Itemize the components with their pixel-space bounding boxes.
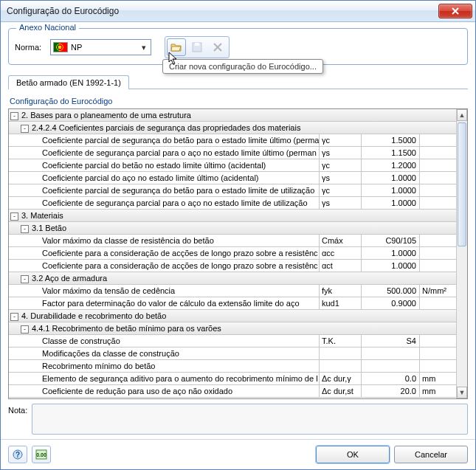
param-value[interactable]: 1.2000 <box>362 159 420 171</box>
delete-config-button[interactable] <box>208 38 227 56</box>
collapse-toggle[interactable]: - <box>21 275 29 283</box>
section-label: 3.2 Aço de armadura <box>31 272 457 284</box>
section-row[interactable]: -3.1 Betão <box>9 222 457 235</box>
value-row[interactable]: Coeficiente para a consideração de acçõe… <box>9 260 457 272</box>
collapse-toggle[interactable]: - <box>21 225 29 233</box>
parameter-grid: -2. Bases para o planeamento de uma estr… <box>8 108 468 399</box>
scroll-down-button[interactable]: ▼ <box>457 387 467 398</box>
save-config-button[interactable] <box>187 38 207 56</box>
value-row[interactable]: Elemento de segurança aditivo para o aum… <box>9 373 457 385</box>
param-symbol: fyk <box>320 285 362 297</box>
norm-value: NP <box>71 43 136 52</box>
value-row[interactable]: Classe de construçãoT.K.S4 <box>9 335 457 348</box>
param-label: Coeficiente parcial de segurança do betã… <box>41 184 320 196</box>
note-textbox[interactable] <box>32 404 468 435</box>
svg-rect-1 <box>195 43 199 46</box>
param-symbol <box>320 360 362 372</box>
value-row[interactable]: Coeficiente para a consideração de acçõe… <box>9 247 457 260</box>
norm-select[interactable]: NP ▾ <box>50 39 151 55</box>
value-row[interactable]: Valor máximo da tensão de cedênciafyk500… <box>9 285 457 297</box>
button-bar: ? 0.00 OK Cancelar <box>1 439 475 469</box>
section-row[interactable]: -4. Durabilidade e recobrimento do betão <box>9 310 457 322</box>
param-value[interactable]: 20.0 <box>362 385 420 397</box>
param-value[interactable] <box>362 360 420 372</box>
national-annex-legend: Anexo Nacional <box>16 23 79 32</box>
units-button[interactable]: 0.00 <box>32 446 51 463</box>
param-value[interactable]: 1.0000 <box>362 172 420 184</box>
param-symbol: γs <box>320 197 362 209</box>
ok-button[interactable]: OK <box>316 446 390 463</box>
section-label: 4. Durabilidade e recobrimento do betão <box>21 310 457 322</box>
param-unit <box>420 235 457 246</box>
close-button[interactable] <box>438 4 472 18</box>
scroll-track[interactable] <box>457 121 467 387</box>
value-row[interactable]: Coeficiente de redução para uso de aço n… <box>9 385 457 398</box>
param-value[interactable]: C90/105 <box>362 235 420 246</box>
param-value[interactable]: 1.0000 <box>362 260 420 272</box>
value-row[interactable]: Valor máximo da classe de resistência do… <box>9 235 457 247</box>
param-symbol: γc <box>320 134 362 146</box>
tab-concrete[interactable]: Betão armado (EN 1992-1-1) <box>8 75 129 89</box>
vertical-scrollbar[interactable]: ▲ ▼ <box>456 109 467 398</box>
value-row[interactable]: Coeficiente de segurança parcial para o … <box>9 197 457 210</box>
param-unit: mm <box>420 373 457 384</box>
section-label: 2.4.2.4 Coeficientes parciais de seguran… <box>31 122 457 134</box>
window-title: Configuração do Eurocódigo <box>7 6 438 16</box>
param-label: Coeficiente de segurança parcial para o … <box>41 197 320 209</box>
value-row[interactable]: Coeficiente parcial de segurança do betã… <box>9 184 457 197</box>
param-value[interactable]: S4 <box>362 335 420 347</box>
param-unit <box>420 147 457 159</box>
section-label: 3.1 Betão <box>31 222 457 234</box>
value-row[interactable]: Recobrimento mínimo do betão <box>9 360 457 373</box>
scroll-up-button[interactable]: ▲ <box>457 109 467 121</box>
param-symbol: αcc <box>320 247 362 259</box>
collapse-toggle[interactable]: - <box>10 212 18 221</box>
value-row[interactable]: Coeficiente parcial de segurança do betã… <box>9 134 457 147</box>
value-row[interactable]: Coeficiente parcial do betão no estado l… <box>9 159 457 172</box>
save-icon <box>192 42 202 52</box>
param-value[interactable] <box>362 348 420 359</box>
param-value[interactable]: 0.0 <box>362 373 420 384</box>
scroll-thumb[interactable] <box>458 122 466 246</box>
delete-icon <box>213 43 222 52</box>
section-row[interactable]: -4.4.1 Recobrimento de betão mínimo para… <box>9 322 457 335</box>
help-button[interactable]: ? <box>8 446 27 463</box>
param-value[interactable]: 1.0000 <box>362 184 420 196</box>
param-unit <box>420 184 457 196</box>
collapse-toggle[interactable]: - <box>21 125 29 133</box>
section-row[interactable]: -2.4.2.4 Coeficientes parciais de segura… <box>9 122 457 134</box>
param-label: Elemento de segurança aditivo para o aum… <box>41 373 320 384</box>
param-unit <box>420 260 457 272</box>
param-unit <box>420 159 457 171</box>
collapse-toggle[interactable]: - <box>10 112 18 120</box>
new-config-button[interactable] <box>167 38 186 56</box>
param-symbol: T.K. <box>320 335 362 347</box>
value-row[interactable]: Coeficiente de segurança parcial para o … <box>9 147 457 159</box>
param-value[interactable]: 1.0000 <box>362 197 420 209</box>
param-label: Recobrimento mínimo do betão <box>41 360 320 372</box>
param-label: Coeficiente para a consideração de acçõe… <box>41 247 320 259</box>
param-value[interactable]: 500.000 <box>362 285 420 297</box>
section-row[interactable]: -3. Materiais <box>9 210 457 222</box>
param-symbol: γc <box>320 184 362 196</box>
section-row[interactable]: -2. Bases para o planeamento de uma estr… <box>9 109 457 122</box>
param-symbol: γs <box>320 172 362 184</box>
param-label: Valor máximo da classe de resistência do… <box>41 235 320 246</box>
cancel-button[interactable]: Cancelar <box>394 446 468 463</box>
value-row[interactable]: Factor para determinação do valor de cál… <box>9 297 457 310</box>
param-unit: mm <box>420 385 457 397</box>
value-row[interactable]: Coeficiente parcial do aço no estado lim… <box>9 172 457 184</box>
param-value[interactable]: 1.0000 <box>362 247 420 259</box>
param-label: Coeficiente parcial do betão no estado l… <box>41 159 320 171</box>
param-symbol: γs <box>320 147 362 159</box>
collapse-toggle[interactable]: - <box>10 313 18 321</box>
param-value[interactable]: 1.1500 <box>362 147 420 159</box>
section-row[interactable]: -3.2 Aço de armadura <box>9 272 457 285</box>
param-value[interactable]: 1.5000 <box>362 134 420 146</box>
param-unit <box>420 134 457 146</box>
collapse-toggle[interactable]: - <box>21 325 29 334</box>
norm-label: Norma: <box>15 43 44 52</box>
value-row[interactable]: Modificações da classe de construção <box>9 348 457 360</box>
param-unit <box>420 348 457 359</box>
param-value[interactable]: 0.9000 <box>362 297 420 309</box>
